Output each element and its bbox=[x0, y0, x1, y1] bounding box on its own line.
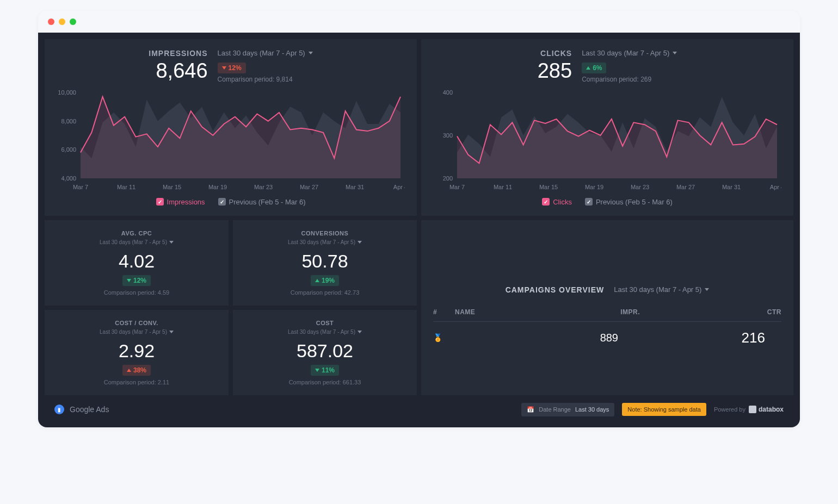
avg-cpc-card: AVG. CPC Last 30 days (Mar 7 - Apr 5) 4.… bbox=[45, 220, 229, 306]
checkbox-icon bbox=[156, 198, 164, 206]
databox-icon bbox=[749, 406, 756, 413]
svg-text:Mar 11: Mar 11 bbox=[117, 184, 135, 190]
source-label: Google Ads bbox=[70, 405, 109, 414]
metrics-grid: AVG. CPC Last 30 days (Mar 7 - Apr 5) 4.… bbox=[45, 220, 417, 395]
cost-card: COST Last 30 days (Mar 7 - Apr 5) 587.02… bbox=[233, 310, 417, 395]
conversions-delta-badge: 19% bbox=[311, 275, 339, 286]
cost-conv-period-select[interactable]: Last 30 days (Mar 7 - Apr 5) bbox=[100, 329, 174, 335]
chevron-down-icon bbox=[673, 52, 677, 54]
svg-text:Mar 31: Mar 31 bbox=[722, 184, 741, 190]
cost-conv-value: 2.92 bbox=[54, 340, 219, 362]
cost-period-select[interactable]: Last 30 days (Mar 7 - Apr 5) bbox=[288, 329, 362, 335]
table-row[interactable]: 🏅 889 216 bbox=[433, 322, 781, 354]
date-range-picker[interactable]: 📅 Date Range Last 30 days bbox=[521, 403, 614, 416]
svg-text:Apr 4: Apr 4 bbox=[770, 184, 781, 190]
clicks-period-select[interactable]: Last 30 days (Mar 7 - Apr 5) bbox=[582, 49, 677, 57]
checkbox-icon bbox=[218, 198, 226, 206]
clicks-legend: Clicks Previous (Feb 5 - Mar 6) bbox=[433, 198, 781, 206]
triangle-up-icon bbox=[315, 279, 319, 282]
checkbox-icon bbox=[585, 198, 593, 206]
google-ads-icon: ▮ bbox=[54, 405, 64, 414]
col-impr: IMPR. bbox=[564, 308, 673, 316]
svg-text:4,000: 4,000 bbox=[61, 175, 76, 182]
campaigns-period-select[interactable]: Last 30 days (Mar 7 - Apr 5) bbox=[614, 285, 709, 294]
chevron-down-icon bbox=[169, 241, 174, 244]
legend-impressions[interactable]: Impressions bbox=[156, 198, 205, 206]
impressions-title: IMPRESSIONS bbox=[149, 49, 207, 58]
clicks-delta-value: 6% bbox=[593, 64, 602, 72]
cost-value: 587.02 bbox=[243, 340, 407, 362]
col-name: NAME bbox=[455, 308, 564, 316]
triangle-down-icon bbox=[222, 66, 226, 70]
conversions-period-select[interactable]: Last 30 days (Mar 7 - Apr 5) bbox=[288, 239, 362, 245]
cost-comparison: Comparison period: 661.33 bbox=[243, 379, 407, 385]
svg-text:6,000: 6,000 bbox=[61, 146, 76, 153]
clicks-chart: 200300400Mar 7Mar 11Mar 15Mar 19Mar 23Ma… bbox=[433, 89, 781, 192]
campaigns-table: # NAME IMPR. CTR 🏅 889 216 bbox=[433, 303, 781, 354]
svg-text:Mar 7: Mar 7 bbox=[73, 184, 88, 190]
triangle-down-icon bbox=[315, 369, 319, 372]
cost-title: COST bbox=[243, 320, 407, 326]
cost-conv-comparison: Comparison period: 2.11 bbox=[54, 379, 219, 385]
svg-text:Mar 31: Mar 31 bbox=[346, 184, 364, 190]
col-num: # bbox=[433, 308, 455, 316]
svg-text:Apr 4: Apr 4 bbox=[393, 184, 405, 190]
avg-cpc-period-select[interactable]: Last 30 days (Mar 7 - Apr 5) bbox=[100, 239, 174, 245]
chevron-down-icon bbox=[705, 288, 709, 291]
svg-text:Mar 7: Mar 7 bbox=[449, 184, 465, 190]
impressions-comparison: Comparison period: 9,814 bbox=[218, 76, 313, 83]
medal-icon: 🏅 bbox=[433, 333, 455, 342]
svg-text:10,000: 10,000 bbox=[58, 89, 76, 96]
impressions-chart: 4,0006,0008,00010,000Mar 7Mar 11Mar 15Ma… bbox=[57, 89, 405, 192]
clicks-card: CLICKS 285 Last 30 days (Mar 7 - Apr 5) … bbox=[421, 39, 793, 216]
svg-text:200: 200 bbox=[443, 175, 453, 182]
impressions-period-select[interactable]: Last 30 days (Mar 7 - Apr 5) bbox=[218, 49, 313, 57]
svg-text:8,000: 8,000 bbox=[61, 117, 76, 124]
impressions-value: 8,646 bbox=[149, 59, 207, 84]
powered-by: Powered by databox bbox=[714, 406, 784, 413]
chevron-down-icon bbox=[169, 331, 174, 333]
svg-text:Mar 27: Mar 27 bbox=[676, 184, 695, 190]
dashboard: IMPRESSIONS 8,646 Last 30 days (Mar 7 - … bbox=[38, 33, 800, 427]
chevron-down-icon bbox=[309, 52, 313, 54]
svg-text:Mar 19: Mar 19 bbox=[585, 184, 603, 190]
databox-logo[interactable]: databox bbox=[749, 406, 784, 413]
clicks-value: 285 bbox=[538, 59, 572, 84]
cost-delta-badge: 11% bbox=[311, 365, 339, 376]
chevron-down-icon bbox=[358, 331, 362, 333]
date-range-label: Date Range bbox=[539, 406, 571, 413]
sample-data-note: Note: Showing sample data bbox=[622, 403, 706, 416]
clicks-delta-badge: 6% bbox=[582, 63, 606, 73]
calendar-icon: 📅 bbox=[527, 406, 534, 413]
avg-cpc-comparison: Comparison period: 4.59 bbox=[54, 289, 219, 296]
impressions-legend: Impressions Previous (Feb 5 - Mar 6) bbox=[57, 198, 405, 206]
svg-text:Mar 27: Mar 27 bbox=[300, 184, 318, 190]
minimize-dot[interactable] bbox=[59, 18, 65, 25]
svg-text:Mar 15: Mar 15 bbox=[539, 184, 558, 190]
impressions-period-label: Last 30 days (Mar 7 - Apr 5) bbox=[218, 49, 305, 57]
legend-prev-label: Previous (Feb 5 - Mar 6) bbox=[596, 198, 673, 206]
close-dot[interactable] bbox=[48, 18, 54, 25]
avg-cpc-title: AVG. CPC bbox=[54, 230, 219, 237]
legend-previous[interactable]: Previous (Feb 5 - Mar 6) bbox=[218, 198, 306, 206]
svg-text:300: 300 bbox=[443, 132, 453, 139]
triangle-down-icon bbox=[127, 279, 131, 282]
legend-main-label: Impressions bbox=[167, 198, 205, 206]
clicks-period-label: Last 30 days (Mar 7 - Apr 5) bbox=[582, 49, 669, 57]
legend-previous[interactable]: Previous (Feb 5 - Mar 6) bbox=[585, 198, 673, 206]
cost-conv-delta-badge: 38% bbox=[122, 365, 151, 376]
svg-text:Mar 11: Mar 11 bbox=[494, 184, 512, 190]
browser-titlebar bbox=[38, 11, 800, 33]
maximize-dot[interactable] bbox=[70, 18, 76, 25]
cell-impr: 889 bbox=[564, 332, 673, 344]
chevron-down-icon bbox=[358, 241, 362, 244]
dashboard-footer: ▮ Google Ads 📅 Date Range Last 30 days N… bbox=[45, 395, 793, 421]
cell-ctr: 216 bbox=[673, 329, 781, 346]
date-range-value: Last 30 days bbox=[575, 406, 609, 413]
svg-text:Mar 15: Mar 15 bbox=[163, 184, 181, 190]
svg-text:Mar 23: Mar 23 bbox=[631, 184, 649, 190]
avg-cpc-value: 4.02 bbox=[54, 251, 219, 272]
legend-clicks[interactable]: Clicks bbox=[542, 198, 572, 206]
table-header: # NAME IMPR. CTR bbox=[433, 303, 781, 322]
avg-cpc-delta-badge: 12% bbox=[122, 275, 151, 286]
